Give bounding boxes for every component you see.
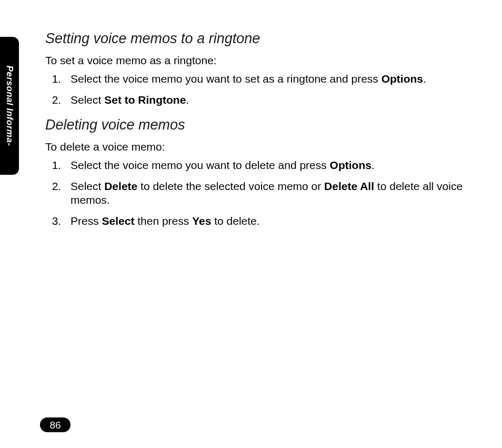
- page-number: 86: [49, 420, 61, 430]
- step-text: Select the voice memo you want to set as…: [71, 73, 381, 85]
- step-text: Select: [71, 180, 104, 192]
- chapter-side-tab: Personal Informa-: [0, 37, 19, 175]
- step-bold-term: Delete: [104, 180, 137, 192]
- steps-list-deleting: Select the voice memo you want to delete…: [45, 158, 470, 228]
- step-item: Select the voice memo you want to delete…: [64, 158, 470, 172]
- step-bold-term: Yes: [192, 215, 211, 227]
- step-bold-term: Set to Ringtone: [104, 94, 186, 106]
- section-heading-setting-ringtone: Setting voice memos to a ringtone: [45, 31, 470, 47]
- step-text: .: [186, 94, 189, 106]
- step-item: Select Set to Ringtone.: [64, 93, 470, 107]
- step-bold-term: Select: [102, 215, 135, 227]
- step-text: .: [423, 73, 426, 85]
- step-bold-term: Options: [381, 73, 423, 85]
- page-number-badge: 86: [40, 417, 71, 432]
- steps-list-setting-ringtone: Select the voice memo you want to set as…: [45, 72, 470, 107]
- step-item: Select the voice memo you want to set as…: [64, 72, 470, 86]
- step-text: .: [372, 159, 375, 171]
- chapter-side-tab-label: Personal Informa-: [4, 65, 15, 146]
- section-intro: To delete a voice memo:: [45, 141, 470, 153]
- step-item: Select Delete to delete the selected voi…: [64, 180, 470, 207]
- step-text: then press: [134, 215, 192, 227]
- section-heading-deleting: Deleting voice memos: [45, 117, 470, 133]
- step-bold-term: Delete All: [324, 180, 374, 192]
- page-content: Setting voice memos to a ringtone To set…: [45, 31, 470, 238]
- section-intro: To set a voice memo as a ringtone:: [45, 54, 470, 67]
- step-bold-term: Options: [330, 159, 372, 171]
- step-item: Press Select then press Yes to delete.: [64, 214, 470, 228]
- step-text: Press: [71, 215, 102, 227]
- step-text: Select the voice memo you want to delete…: [71, 159, 330, 171]
- step-text: Select: [71, 94, 104, 106]
- step-text: to delete the selected voice memo or: [137, 180, 324, 192]
- step-text: to delete.: [211, 215, 259, 227]
